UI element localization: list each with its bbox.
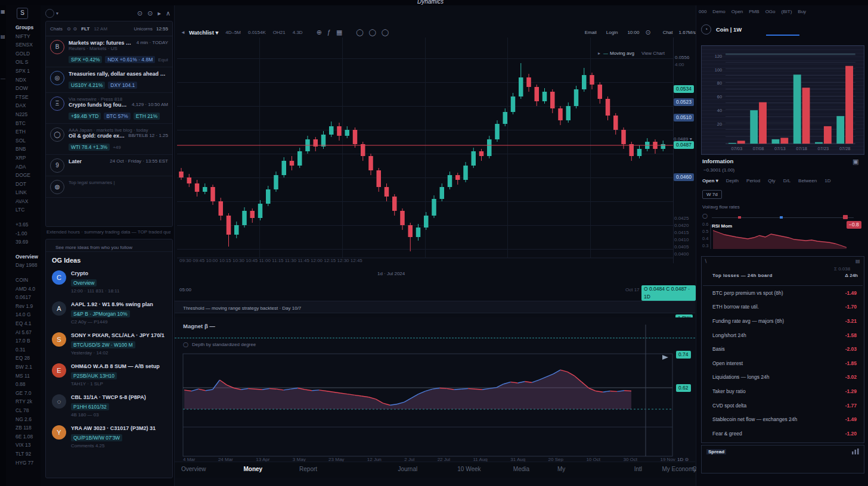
menu-item-buy[interactable]: Buy (798, 9, 806, 14)
tab-report[interactable]: Report (299, 466, 317, 472)
sidebar-item-tlt-92[interactable]: TLT 92 (16, 450, 42, 459)
table-row[interactable]: Open interest-1.85 (702, 356, 864, 370)
sidebar-item-btc[interactable]: BTC (16, 119, 42, 128)
sidebar-item-ng-2-6[interactable]: NG 2.6 (16, 415, 42, 424)
news-chip[interactable]: WTI 78.4 +1.3% (69, 144, 110, 151)
sidebar-item-bnb[interactable]: BNB (16, 145, 42, 154)
table-row[interactable]: Fear & greed-1.20 (702, 426, 864, 441)
sidebar-item-groups[interactable]: Groups (16, 23, 42, 32)
menu-item-open[interactable]: Open (731, 9, 743, 14)
sidebar-item-0-0617[interactable]: 0.0617 (16, 293, 42, 302)
tab-intl[interactable]: Intl (634, 466, 642, 472)
sidebar-item-link[interactable]: LINK (16, 188, 42, 197)
news-item[interactable]: ◯AAA Japan · markets live blog · todayOi… (46, 124, 172, 155)
news-chip[interactable]: BTC 57% (104, 113, 130, 120)
news-item[interactable]: BMarkets wrap: futures tick higher as yi… (46, 36, 172, 67)
sidebar-item-nifty[interactable]: NIFTY (16, 32, 42, 41)
idea-tag[interactable]: P2SB/AUK 13H10 (71, 372, 117, 379)
info-panel-icon[interactable]: ▣ (852, 158, 858, 166)
toolbar-circle-icon[interactable]: ◯ (369, 29, 376, 36)
news-item[interactable]: ΞVia newswire · Press 818Crypto funds lo… (46, 93, 172, 124)
legend-arrow-icon[interactable]: ▸ (598, 51, 600, 56)
filter-open-[interactable]: Open ▾ (702, 178, 718, 183)
toolbar-right-button[interactable]: 10:00 (627, 30, 639, 35)
toolbar-button[interactable]: OH21 (273, 30, 286, 35)
sidebar-item-avax[interactable]: AVAX (16, 197, 42, 206)
dot2-icon[interactable]: ⊙ (73, 26, 78, 32)
table-row[interactable]: BTC perp premium vs spot (8h)-1.49 (702, 286, 864, 300)
circle-icon[interactable]: ⊙ (137, 10, 142, 17)
menu-item-000[interactable]: 000 (699, 9, 706, 14)
toolbar-right-button[interactable]: Email (585, 30, 597, 35)
news-chip[interactable]: ETH 21% (134, 113, 160, 120)
toolbar-right-button[interactable]: Login (606, 30, 618, 35)
tab-my-economy[interactable]: My Economy (662, 466, 696, 472)
toolbar-button[interactable]: 4.3D (293, 30, 303, 35)
sidebar-item-ai-5-67[interactable]: AI 5.67 (16, 328, 42, 337)
slider-end-box[interactable] (843, 215, 848, 219)
sidebar-item-39-69[interactable]: 39.69 (16, 238, 42, 247)
sidebar-item-eq-4-1[interactable]: EQ 4.1 (16, 319, 42, 328)
table-row[interactable]: CVD spot delta-1.77 (702, 398, 864, 413)
sidebar-item-ftse[interactable]: FTSE (16, 93, 42, 102)
sidebar-item-dow[interactable]: DOW (16, 84, 42, 93)
idea-item[interactable]: CCryptoOverview12:00 · 111 831 · 18:11 (46, 266, 172, 297)
bar-buys-07/18[interactable] (793, 74, 801, 144)
bar-sells-07/08[interactable] (759, 102, 767, 144)
sidebar-item-coin[interactable]: COIN (16, 276, 42, 285)
dot1-icon[interactable]: ⊙ (67, 26, 71, 32)
tab-money[interactable]: Money (243, 466, 262, 472)
toolbar-right2-button[interactable]: 1.67M/s (679, 30, 696, 35)
news-chip[interactable]: NDX +0.61% · 4.8M (105, 56, 155, 63)
toolbar-right2-button[interactable]: Chat (663, 30, 673, 35)
sidebar-item-sensx[interactable]: SENSX (16, 40, 42, 49)
bar-buys-07/08[interactable] (750, 110, 758, 144)
table-row[interactable]: Long/short 24h-1.58 (702, 328, 864, 342)
tab-10-week[interactable]: 10 Week (457, 466, 480, 472)
sidebar-item-ge-7-0[interactable]: GE 7.0 (16, 389, 42, 398)
sidebar-item-rty-2k[interactable]: RTY 2k (16, 397, 42, 406)
sidebar-item--3-65[interactable]: +3.65 (16, 220, 42, 229)
sidebar-item-doge[interactable]: DOGE (16, 171, 42, 180)
candlestick-chart[interactable] (175, 38, 696, 263)
news-chip[interactable]: DXY 104.1 (108, 82, 137, 89)
toolbar-icon[interactable]: ▦ (336, 29, 342, 36)
table-row[interactable]: Funding rate avg — majors (8h)-3.21 (702, 314, 864, 328)
table-row[interactable]: Taker buy ratio-1.29 (702, 384, 864, 398)
sidebar-item-bw-2-1[interactable]: BW 2.1 (16, 363, 42, 372)
sidebar-item-oil-s[interactable]: OIL S (16, 58, 42, 67)
bar-sells-07/28[interactable] (845, 66, 853, 144)
grid-icon[interactable]: ▦ (1, 9, 5, 14)
idea-item[interactable]: YYRA AW 3023 · C31017 (P3M2) 31QU/P1B/W/… (46, 421, 172, 452)
news-footer[interactable]: Extended hours · summary trading data — … (46, 229, 170, 235)
slider-knob-icon[interactable]: ◯ (702, 213, 708, 219)
sidebar-item-eq-28[interactable]: EQ 28 (16, 354, 42, 363)
idea-item[interactable]: AAAPL 1.92 · W1 8.9% swing planS&P B · J… (46, 297, 172, 328)
bar-buys-07/28[interactable] (836, 116, 844, 144)
toolbar-icon[interactable]: ƒ (327, 29, 331, 36)
menu-item-ogo[interactable]: OGo (765, 9, 776, 14)
range-chip[interactable]: W 7d (702, 190, 722, 199)
sidebar-item--1-00[interactable]: -1.00 (16, 229, 42, 238)
toolbar-button[interactable]: 4D–5M (225, 30, 241, 35)
sidebar-item-ada[interactable]: ADA (16, 163, 42, 172)
filter-between[interactable]: Between (798, 178, 817, 183)
strategy-bar[interactable]: Threshold — moving range strategy backte… (175, 301, 695, 313)
news-chip[interactable]: +$9.4B YTD (69, 113, 101, 120)
idea-item[interactable]: ◌CBL 31/1A · TWCP 5-8 (P8PA)P1HH 6101/32… (46, 390, 172, 421)
bar-sells-07/23[interactable] (824, 126, 832, 144)
symbol-selector[interactable]: Watchlist ▾ (189, 29, 218, 36)
sidebar-item-ndx[interactable]: NDX (16, 76, 42, 85)
tab-my[interactable]: My (557, 466, 565, 472)
circle2-icon[interactable]: ⊙ (147, 10, 153, 17)
sidebar-item-vix-13[interactable]: VIX 13 (16, 441, 42, 450)
source-label[interactable]: Unicorns (134, 26, 153, 32)
news-item[interactable]: ◍Top legal summaries | (46, 176, 172, 198)
sidebar-item-14-0-g[interactable]: 14.0 G (16, 310, 42, 319)
table-row[interactable]: Stablecoin net flow — exchanges 24h-1.49 (702, 412, 864, 426)
sidebar-item-ms-11[interactable]: MS 11 (16, 372, 42, 381)
collapse-icon[interactable]: ∧ (166, 10, 170, 17)
idea-tag[interactable]: P1HH 6101/32 (71, 403, 109, 410)
back-icon[interactable]: ◄ (181, 30, 185, 35)
depth-chart[interactable] (175, 317, 695, 462)
